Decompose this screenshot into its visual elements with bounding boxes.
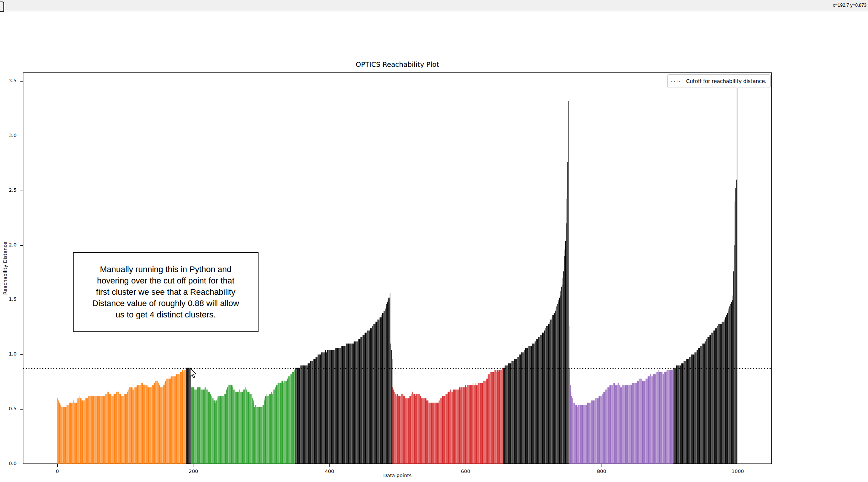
bars-layer[interactable] bbox=[0, 0, 868, 482]
window-titlebar: x=192.7 y=0.873 bbox=[0, 0, 868, 11]
mouse-cursor-icon bbox=[190, 368, 200, 379]
annotation-line: hovering over the cut off point for that bbox=[97, 275, 234, 286]
dotted-line-swatch bbox=[671, 81, 682, 82]
annotation-line: Distance value of roughly 0.88 will allo… bbox=[92, 298, 239, 309]
annotation-box: Manually running this in Python andhover… bbox=[73, 252, 259, 332]
cursor-coordinate-readout: x=192.7 y=0.873 bbox=[833, 3, 866, 8]
matplotlib-window: x=192.7 y=0.873 OPTICS Reachability Plot… bbox=[0, 0, 868, 482]
annotation-line: Manually running this in Python and bbox=[100, 264, 232, 275]
annotation-line: first cluster we see that a Reachability bbox=[96, 286, 235, 298]
annotation-line: us to get 4 distinct clusters. bbox=[115, 309, 215, 320]
document-icon bbox=[0, 2, 4, 12]
legend: Cutoff for reachability distance. bbox=[667, 74, 771, 88]
legend-label: Cutoff for reachability distance. bbox=[686, 78, 766, 84]
